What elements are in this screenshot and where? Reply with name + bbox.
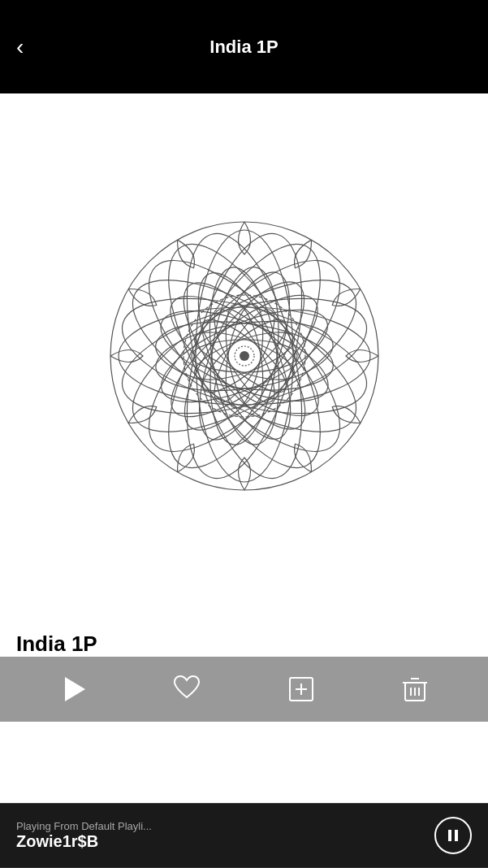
mandala-artwork: [98, 210, 391, 502]
page-title: India 1P: [209, 37, 278, 58]
main-content: India 1P: [0, 93, 488, 803]
svg-point-35: [240, 351, 249, 361]
action-bar: [0, 657, 488, 722]
play-button[interactable]: [53, 669, 93, 710]
now-playing-info: Playing From Default Playli... Zowie1r$B: [16, 820, 152, 851]
pause-button[interactable]: [434, 817, 472, 854]
svg-rect-47: [448, 830, 451, 841]
now-playing-track: Zowie1r$B: [16, 832, 152, 851]
delete-button[interactable]: [395, 669, 435, 710]
track-name: India 1P: [16, 631, 97, 656]
extra-content-area: [0, 722, 488, 803]
now-playing-bar: Playing From Default Playli... Zowie1r$B: [0, 803, 488, 868]
title-section: India 1P: [0, 618, 488, 657]
like-button[interactable]: [166, 669, 207, 710]
header: ‹ India 1P: [0, 0, 488, 93]
svg-marker-37: [65, 677, 85, 701]
artwork-area: [0, 93, 488, 618]
now-playing-label: Playing From Default Playli...: [16, 820, 152, 832]
back-button[interactable]: ‹: [16, 34, 24, 60]
svg-rect-48: [455, 830, 458, 841]
add-to-playlist-button[interactable]: [281, 669, 322, 710]
